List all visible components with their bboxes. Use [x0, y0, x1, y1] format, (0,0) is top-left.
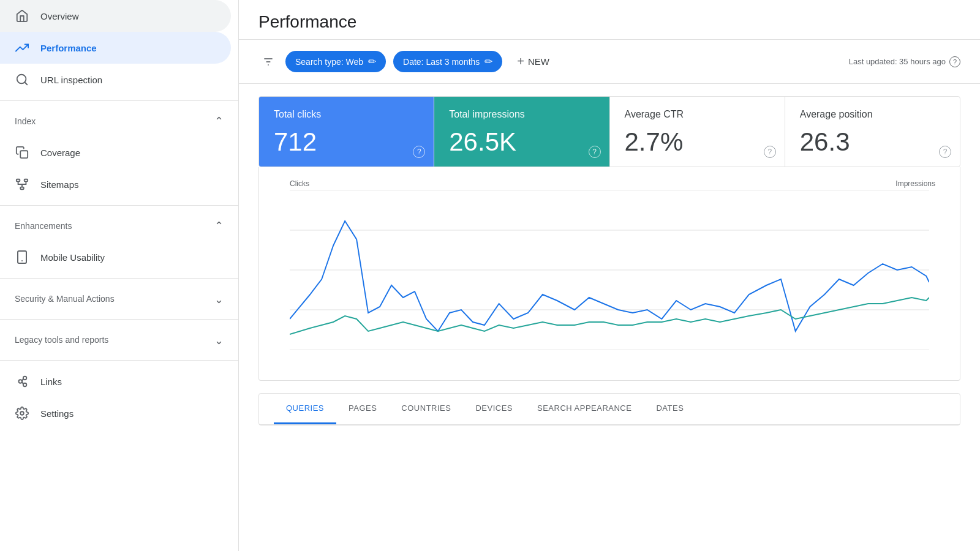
- search-icon: [15, 72, 29, 87]
- enhancements-section-header[interactable]: Enhancements ⌃: [0, 211, 238, 241]
- last-updated: Last updated: 35 hours ago ?: [849, 56, 960, 67]
- trending-up-icon: [15, 40, 29, 55]
- tab-search-appearance[interactable]: SEARCH APPEARANCE: [525, 394, 644, 424]
- enhancements-section-label: Enhancements: [15, 221, 72, 231]
- index-section-header[interactable]: Index ⌃: [0, 106, 238, 137]
- index-section-label: Index: [15, 116, 36, 126]
- sidebar-item-coverage[interactable]: Coverage: [0, 137, 231, 168]
- sidebar-item-coverage-label: Coverage: [40, 148, 80, 158]
- sidebar-item-performance[interactable]: Performance: [0, 32, 231, 64]
- clicks-axis-label: Clicks: [290, 179, 309, 188]
- new-button[interactable]: + NEW: [510, 50, 557, 73]
- sidebar-item-url-inspection-label: URL inspection: [40, 75, 102, 85]
- tab-countries[interactable]: COUNTRIES: [389, 394, 463, 424]
- position-value: 26.3: [800, 127, 945, 157]
- performance-chart: 18 12 6 0 900 600 300 0 7/13/19 7/28/19 …: [290, 190, 929, 350]
- tabs-bar: QUERIES PAGES COUNTRIES DEVICES SEARCH A…: [259, 394, 960, 425]
- svg-point-14: [23, 383, 27, 387]
- sidebar-item-overview[interactable]: Overview: [0, 0, 231, 32]
- mobile-icon: [15, 250, 29, 264]
- date-label: Date: Last 3 months: [403, 57, 480, 67]
- divider-2: [0, 205, 238, 206]
- sidebar-item-links[interactable]: Links: [0, 365, 231, 397]
- impressions-label: Total impressions: [449, 109, 594, 120]
- chart-wrapper: 18 12 6 0 900 600 300 0 7/13/19 7/28/19 …: [259, 190, 960, 374]
- last-updated-info-icon[interactable]: ?: [949, 56, 960, 67]
- sidebar: Overview Performance URL inspection Inde…: [0, 0, 239, 551]
- ctr-value: 2.7%: [625, 127, 770, 157]
- sidebar-item-sitemaps[interactable]: Sitemaps: [0, 168, 231, 200]
- svg-point-13: [23, 377, 27, 380]
- sidebar-item-url-inspection[interactable]: URL inspection: [0, 64, 231, 96]
- filter-button[interactable]: [258, 52, 278, 72]
- ctr-label: Average CTR: [625, 109, 770, 120]
- toolbar: Search type: Web ✏ Date: Last 3 months ✏…: [239, 40, 980, 84]
- clicks-help-icon[interactable]: ?: [413, 146, 425, 158]
- impressions-help-icon[interactable]: ?: [589, 146, 601, 158]
- sidebar-item-overview-label: Overview: [40, 11, 79, 21]
- sidebar-item-mobile-usability[interactable]: Mobile Usability: [0, 241, 231, 273]
- tab-queries[interactable]: QUERIES: [274, 394, 336, 424]
- divider-1: [0, 100, 238, 101]
- sidebar-item-mobile-usability-label: Mobile Usability: [40, 252, 105, 263]
- sidebar-item-sitemaps-label: Sitemaps: [40, 179, 79, 190]
- clicks-value: 712: [274, 127, 419, 157]
- tab-dates[interactable]: DATES: [644, 394, 696, 424]
- file-copy-icon: [15, 145, 29, 160]
- links-icon: [15, 374, 29, 389]
- security-section-header[interactable]: Security & Manual Actions ⌃: [0, 283, 238, 314]
- settings-icon: [15, 406, 29, 421]
- svg-rect-2: [20, 151, 28, 158]
- sidebar-item-settings[interactable]: Settings: [0, 397, 231, 429]
- tab-pages[interactable]: PAGES: [336, 394, 389, 424]
- edit-search-type-icon: ✏: [368, 56, 376, 67]
- position-help-icon[interactable]: ?: [939, 146, 951, 158]
- chart-header: Clicks Impressions: [259, 179, 960, 188]
- divider-5: [0, 360, 238, 361]
- edit-date-icon: ✏: [484, 56, 492, 67]
- page-title: Performance: [258, 12, 960, 32]
- security-chevron-icon: ⌃: [214, 292, 224, 305]
- metric-card-position[interactable]: Average position 26.3 ?: [785, 97, 960, 167]
- svg-line-16: [22, 381, 23, 384]
- impressions-axis-label: Impressions: [895, 179, 935, 188]
- impressions-value: 26.5K: [449, 127, 594, 157]
- ctr-help-icon[interactable]: ?: [764, 146, 776, 158]
- index-chevron-icon: ⌃: [214, 114, 224, 128]
- metric-card-clicks[interactable]: Total clicks 712 ?: [259, 97, 434, 167]
- legacy-chevron-icon: ⌃: [214, 333, 224, 347]
- enhancements-chevron-icon: ⌃: [214, 219, 224, 233]
- position-label: Average position: [800, 109, 945, 120]
- sidebar-item-settings-label: Settings: [40, 408, 74, 419]
- metric-card-impressions[interactable]: Total impressions 26.5K ?: [434, 97, 609, 167]
- svg-line-1: [24, 82, 27, 84]
- tabs-section: QUERIES PAGES COUNTRIES DEVICES SEARCH A…: [258, 393, 960, 425]
- plus-icon: +: [517, 54, 524, 69]
- home-icon: [15, 9, 29, 23]
- search-type-chip[interactable]: Search type: Web ✏: [285, 51, 386, 72]
- clicks-label: Total clicks: [274, 109, 419, 120]
- legacy-section-label: Legacy tools and reports: [15, 335, 108, 345]
- metric-card-ctr[interactable]: Average CTR 2.7% ?: [610, 97, 785, 167]
- sidebar-item-performance-label: Performance: [40, 43, 97, 53]
- date-chip[interactable]: Date: Last 3 months ✏: [393, 51, 502, 72]
- legacy-section-header[interactable]: Legacy tools and reports ⌃: [0, 324, 238, 355]
- divider-3: [0, 278, 238, 279]
- tab-devices[interactable]: DEVICES: [463, 394, 525, 424]
- metric-cards: Total clicks 712 ? Total impressions 26.…: [258, 96, 960, 167]
- search-type-label: Search type: Web: [295, 57, 363, 67]
- sidebar-item-links-label: Links: [40, 377, 62, 387]
- sitemap-icon: [15, 177, 29, 192]
- main-content: Performance Search type: Web ✏ Date: Las…: [239, 0, 980, 551]
- svg-point-17: [20, 411, 24, 415]
- chart-container: Clicks Impressions 18 12 6 0 900 600 300: [258, 167, 960, 381]
- page-title-bar: Performance: [239, 0, 980, 40]
- last-updated-text: Last updated: 35 hours ago: [849, 57, 946, 66]
- divider-4: [0, 319, 238, 320]
- new-label: NEW: [528, 56, 549, 67]
- security-section-label: Security & Manual Actions: [15, 294, 115, 304]
